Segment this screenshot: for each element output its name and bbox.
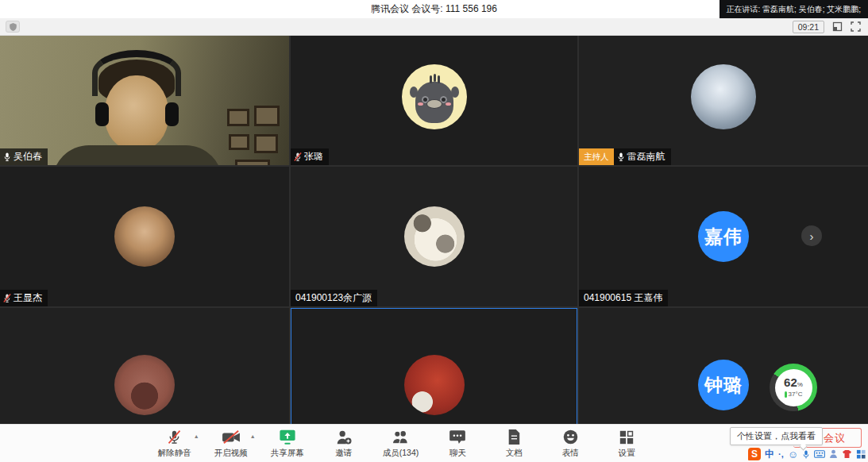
participant-name-tag: 041900615 王嘉伟 [579,290,668,306]
mic-on-icon [3,152,11,162]
video-tile-zhanglu[interactable]: 张璐 [291,36,577,165]
avatar [114,206,175,267]
emoji-button[interactable]: 表情 [553,428,588,459]
share-screen-button[interactable]: 共享屏幕 [270,428,305,459]
participant-name-tag: 张璐 [291,148,329,165]
headphones [92,50,181,96]
avatar-initials: 钟璐 [698,360,749,410]
battery-temperature-gauge: 62% 37°C [770,364,817,411]
start-video-button[interactable]: ▲ 开启视频 [214,428,249,459]
avatar [404,355,465,415]
smiley-icon [562,429,579,445]
participant-name-tag: 041900123余广源 [291,290,377,306]
avatar [404,206,465,267]
meeting-window: 腾讯会议 会议号: 111 556 196 正在讲话: 雷磊南航; 吴伯春; 艾… [0,0,868,462]
ime-more-grid-icon[interactable] [856,449,866,459]
invite-button[interactable]: 邀请 [326,428,361,459]
speaking-indicator-banner: 正在讲话: 雷磊南航; 吴伯春; 艾米鹏鹏; [719,0,868,18]
video-tile-wangjiawei[interactable]: 嘉伟 › 041900615 王嘉伟 [579,167,868,306]
ime-emoji-icon[interactable]: ☺ [788,449,798,460]
fullscreen-icon[interactable] [851,21,861,32]
webcam-video [0,36,289,165]
thermometer-icon [785,391,787,398]
chat-button[interactable]: 聊天 [440,428,475,459]
switch-view-icon[interactable] [832,21,843,32]
personalize-tooltip: 个性设置，点我看看 [730,427,823,445]
ime-keyboard-icon[interactable] [814,450,825,458]
ime-toolbar: S 中 ·, ☺ [748,447,866,461]
sogou-logo-icon[interactable]: S [748,448,761,460]
document-icon [507,429,521,445]
mic-muted-icon [3,293,11,303]
ime-voice-icon[interactable] [802,449,810,460]
participant-name-tag: 雷磊南航 [614,148,671,165]
video-tile-leileinanhang[interactable]: 主持人 雷磊南航 [579,36,868,165]
video-tile-wangxianjie[interactable]: 王显杰 [0,167,289,306]
participant-name-tag: 王显杰 [0,290,48,306]
camera-off-icon [222,429,241,445]
mic-on-icon [617,152,625,162]
chat-icon [449,429,466,445]
speaking-indicator-text: 正在讲话: 雷磊南航; 吴伯春; 艾米鹏鹏; [727,4,861,15]
meeting-title: 腾讯会议 会议号: 111 556 196 [371,2,497,16]
ime-toolbox-icon[interactable] [829,449,838,459]
video-options-caret[interactable]: ▲ [250,433,256,439]
invite-person-icon [335,429,353,445]
meeting-statusbar: 09:21 [0,18,868,36]
avatar [114,355,175,415]
video-grid: 吴伯春 张璐 [0,36,868,462]
participant-name-tag: 吴伯春 [0,148,48,165]
members-button[interactable]: 成员(134) [383,428,419,459]
ime-punctuation-toggle[interactable]: ·, [778,449,784,459]
members-icon [391,429,410,445]
share-screen-icon [279,429,296,445]
mic-options-caret[interactable]: ▲ [194,433,199,439]
mic-muted-icon [294,152,302,162]
ime-skin-icon[interactable] [842,449,852,459]
docs-button[interactable]: 文档 [496,428,531,459]
unmute-button[interactable]: ▲ 解除静音 [157,428,192,459]
settings-button[interactable]: 设置 [609,428,644,459]
security-shield-icon[interactable] [6,21,20,33]
mic-muted-icon [166,429,183,445]
video-tile-yuguangyuan[interactable]: 041900123余广源 [291,167,577,306]
settings-grid-icon [619,429,635,445]
ime-language-toggle[interactable]: 中 [765,448,774,461]
avatar-initials: 嘉伟 [698,211,749,262]
video-tile-wubochun[interactable]: 吴伯春 [0,36,289,165]
avatar [402,64,467,129]
meeting-duration: 09:21 [793,21,824,33]
host-badge: 主持人 [579,148,614,165]
avatar [691,64,756,129]
next-page-arrow[interactable]: › [801,225,822,246]
